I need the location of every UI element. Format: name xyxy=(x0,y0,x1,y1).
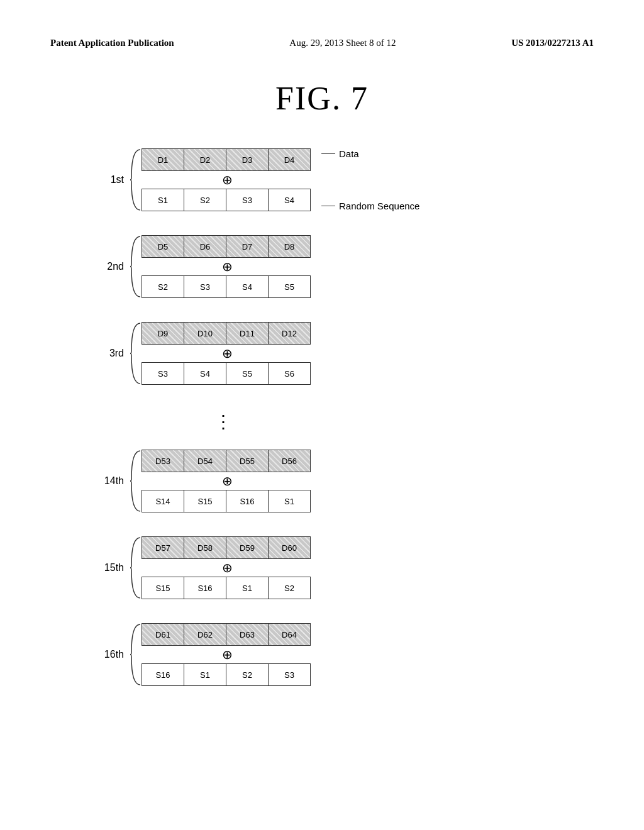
brace-icon xyxy=(129,450,142,512)
data-cell: D54 xyxy=(184,450,226,472)
group-label-14th: 14th xyxy=(88,475,129,487)
seq-cell: S14 xyxy=(142,490,184,512)
brace-icon xyxy=(129,536,142,599)
side-label-0: Data xyxy=(321,148,419,159)
group-content-16th: D61D62D63D64⊕S16S1S2S3 xyxy=(142,623,313,686)
group-label-16th: 16th xyxy=(88,649,129,660)
seq-cell: S4 xyxy=(226,275,269,298)
xor-symbol: ⊕ xyxy=(142,258,313,275)
seq-cell: S4 xyxy=(184,362,226,385)
group-1st: 1stD1D2D3D4⊕S1S2S3S4DataRandom Sequence xyxy=(88,148,419,211)
seq-cell: S3 xyxy=(268,663,311,686)
header-left: Patent Application Publication xyxy=(50,38,174,48)
seq-row: S14S15S16S1 xyxy=(142,490,313,512)
seq-cell: S5 xyxy=(226,362,269,385)
seq-cell: S16 xyxy=(142,663,184,686)
seq-cell: S1 xyxy=(142,189,184,211)
data-cell: D9 xyxy=(142,322,184,345)
data-cell: D60 xyxy=(268,536,311,559)
arrow-line xyxy=(321,206,335,207)
data-cell: D11 xyxy=(226,322,269,345)
data-cell: D62 xyxy=(184,623,226,646)
group-label-2nd: 2nd xyxy=(88,261,129,272)
seq-cell: S5 xyxy=(268,275,311,298)
seq-cell: S2 xyxy=(142,275,184,298)
data-row: D1D2D3D4 xyxy=(142,148,313,171)
group-content-2nd: D5D6D7D8⊕S2S3S4S5 xyxy=(142,235,313,298)
brace-icon xyxy=(129,322,142,385)
header-right: US 2013/0227213 A1 xyxy=(511,38,594,48)
brace-icon xyxy=(129,623,142,686)
side-label-text: Data xyxy=(339,148,359,159)
header: Patent Application Publication Aug. 29, … xyxy=(50,38,594,48)
group-label-15th: 15th xyxy=(88,562,129,573)
group-16th: 16thD61D62D63D64⊕S16S1S2S3 xyxy=(88,623,313,686)
xor-symbol: ⊕ xyxy=(142,646,313,663)
data-cell: D3 xyxy=(226,148,269,171)
seq-cell: S3 xyxy=(142,362,184,385)
data-row: D61D62D63D64 xyxy=(142,623,313,646)
seq-cell: S16 xyxy=(226,490,269,512)
side-label-text: Random Sequence xyxy=(339,201,419,211)
seq-cell: S15 xyxy=(184,490,226,512)
data-cell: D55 xyxy=(226,450,269,472)
data-cell: D57 xyxy=(142,536,184,559)
seq-cell: S15 xyxy=(142,577,184,599)
seq-cell: S16 xyxy=(184,577,226,599)
group-label-3rd: 3rd xyxy=(88,348,129,359)
data-cell: D8 xyxy=(268,235,311,258)
data-cell: D2 xyxy=(184,148,226,171)
seq-row: S1S2S3S4 xyxy=(142,189,313,211)
seq-cell: S1 xyxy=(268,490,311,512)
data-cell: D5 xyxy=(142,235,184,258)
diagram-area: 1stD1D2D3D4⊕S1S2S3S4DataRandom Sequence2… xyxy=(50,148,594,697)
seq-cell: S4 xyxy=(268,189,311,211)
data-row: D53D54D55D56 xyxy=(142,450,313,472)
dots-separator: ⋮ xyxy=(88,409,308,437)
data-cell: D10 xyxy=(184,322,226,345)
data-cell: D56 xyxy=(268,450,311,472)
data-cell: D4 xyxy=(268,148,311,171)
data-row: D5D6D7D8 xyxy=(142,235,313,258)
side-labels: DataRandom Sequence xyxy=(321,148,419,211)
data-cell: D53 xyxy=(142,450,184,472)
seq-row: S3S4S5S6 xyxy=(142,362,313,385)
arrow-line xyxy=(321,153,335,155)
group-content-1st: D1D2D3D4⊕S1S2S3S4 xyxy=(142,148,313,211)
seq-cell: S3 xyxy=(184,275,226,298)
data-cell: D1 xyxy=(142,148,184,171)
data-cell: D59 xyxy=(226,536,269,559)
header-center: Aug. 29, 2013 Sheet 8 of 12 xyxy=(289,38,396,48)
group-14th: 14thD53D54D55D56⊕S14S15S16S1 xyxy=(88,450,313,512)
group-content-14th: D53D54D55D56⊕S14S15S16S1 xyxy=(142,450,313,512)
seq-row: S15S16S1S2 xyxy=(142,577,313,599)
xor-symbol: ⊕ xyxy=(142,472,313,490)
seq-cell: S1 xyxy=(184,663,226,686)
seq-row: S2S3S4S5 xyxy=(142,275,313,298)
xor-symbol: ⊕ xyxy=(142,345,313,362)
group-label-1st: 1st xyxy=(88,174,129,185)
data-cell: D7 xyxy=(226,235,269,258)
group-2nd: 2ndD5D6D7D8⊕S2S3S4S5 xyxy=(88,235,313,298)
page: Patent Application Publication Aug. 29, … xyxy=(0,0,644,830)
seq-cell: S1 xyxy=(226,577,269,599)
side-label-1: Random Sequence xyxy=(321,201,419,211)
seq-cell: S2 xyxy=(226,663,269,686)
seq-cell: S2 xyxy=(184,189,226,211)
data-cell: D6 xyxy=(184,235,226,258)
brace-icon xyxy=(129,148,142,211)
group-content-3rd: D9D10D11D12⊕S3S4S5S6 xyxy=(142,322,313,385)
data-cell: D63 xyxy=(226,623,269,646)
data-row: D9D10D11D12 xyxy=(142,322,313,345)
data-cell: D64 xyxy=(268,623,311,646)
xor-symbol: ⊕ xyxy=(142,171,313,189)
group-content-15th: D57D58D59D60⊕S15S16S1S2 xyxy=(142,536,313,599)
seq-cell: S3 xyxy=(226,189,269,211)
data-cell: D61 xyxy=(142,623,184,646)
seq-cell: S2 xyxy=(268,577,311,599)
data-cell: D12 xyxy=(268,322,311,345)
group-15th: 15thD57D58D59D60⊕S15S16S1S2 xyxy=(88,536,313,599)
figure-title: FIG. 7 xyxy=(50,80,594,117)
data-row: D57D58D59D60 xyxy=(142,536,313,559)
seq-cell: S6 xyxy=(268,362,311,385)
